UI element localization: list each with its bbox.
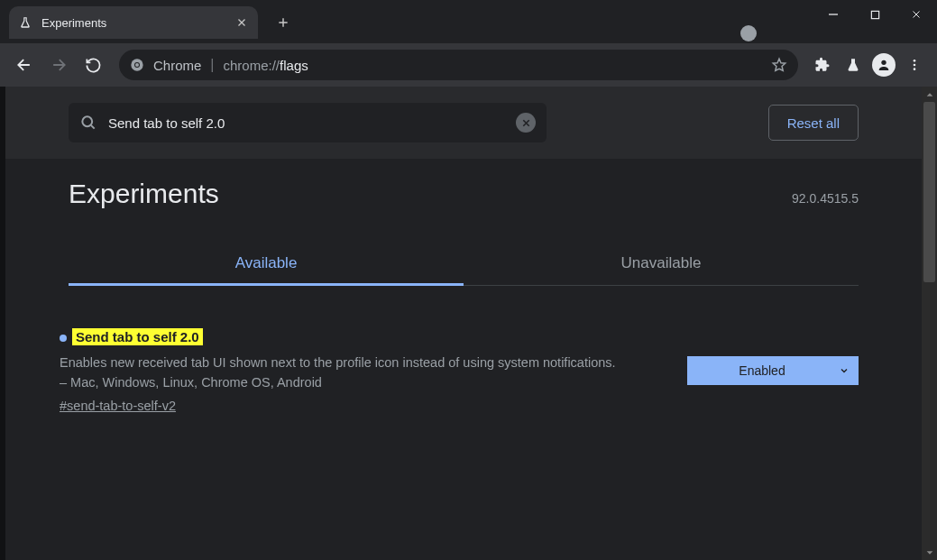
search-box[interactable]: [69, 103, 547, 142]
svg-point-6: [914, 64, 916, 67]
search-input[interactable]: [108, 115, 505, 131]
svg-rect-0: [871, 11, 878, 18]
search-icon: [79, 114, 97, 132]
chrome-icon: [130, 58, 144, 72]
labs-icon[interactable]: [840, 51, 867, 78]
scroll-thumb[interactable]: [923, 102, 935, 282]
reload-button[interactable]: [78, 50, 108, 80]
svg-point-3: [135, 63, 139, 67]
flask-icon: [18, 15, 32, 30]
svg-point-7: [914, 68, 916, 70]
omnibox-url: chrome://flags: [224, 58, 308, 73]
profile-button[interactable]: [870, 51, 897, 78]
window-close-button[interactable]: [896, 0, 937, 29]
page-title-row: Experiments 92.0.4515.5: [5, 159, 922, 209]
extensions-icon[interactable]: [809, 51, 836, 78]
close-icon[interactable]: [234, 15, 249, 30]
modified-dot-icon: [60, 335, 67, 342]
flags-header: Reset all: [5, 87, 922, 159]
omnibox-separator: |: [210, 57, 214, 73]
maximize-button[interactable]: [854, 0, 896, 29]
flag-state-select[interactable]: Enabled: [687, 356, 859, 385]
new-tab-button[interactable]: [271, 10, 296, 35]
flag-anchor-link[interactable]: #send-tab-to-self-v2: [60, 399, 651, 413]
svg-point-8: [82, 116, 92, 126]
titlebar: Experiments: [0, 0, 937, 43]
tab-title: Experiments: [41, 16, 225, 30]
flags-tabs: Available Unavailable: [69, 242, 859, 286]
kebab-menu-icon[interactable]: [901, 51, 928, 78]
window-controls: [813, 0, 937, 29]
flag-title-row: Send tab to self 2.0: [60, 329, 651, 345]
flag-title: Send tab to self 2.0: [72, 328, 203, 345]
flag-select-wrap: Enabled: [687, 356, 859, 385]
omnibox[interactable]: Chrome | chrome://flags: [119, 50, 798, 80]
flag-item: Send tab to self 2.0 Enables new receive…: [5, 286, 922, 413]
browser-tab[interactable]: Experiments: [9, 6, 258, 39]
scroll-down-button[interactable]: [922, 545, 937, 560]
omnibox-chrome-label: Chrome: [153, 58, 201, 73]
clear-search-button[interactable]: [516, 113, 536, 133]
tab-unavailable[interactable]: Unavailable: [464, 242, 859, 285]
version-label: 92.0.4515.5: [792, 191, 859, 206]
forward-button[interactable]: [43, 50, 74, 80]
star-icon[interactable]: [771, 57, 787, 73]
back-button[interactable]: [9, 50, 40, 80]
tab-available[interactable]: Available: [69, 242, 464, 285]
scroll-up-button[interactable]: [922, 87, 937, 102]
reset-all-button[interactable]: Reset all: [768, 105, 859, 141]
vertical-scrollbar[interactable]: [922, 87, 937, 560]
page-title: Experiments: [69, 179, 219, 209]
avatar-icon: [872, 53, 896, 77]
svg-point-5: [914, 60, 916, 62]
svg-point-4: [881, 60, 886, 65]
flag-description: Enables new received tab UI shown next t…: [60, 353, 619, 393]
toolbar: Chrome | chrome://flags: [0, 43, 937, 87]
flag-details: Send tab to self 2.0 Enables new receive…: [60, 329, 651, 413]
content: Reset all Experiments 92.0.4515.5 Availa…: [5, 87, 922, 560]
minimize-button[interactable]: [813, 0, 854, 29]
viewport: Reset all Experiments 92.0.4515.5 Availa…: [0, 87, 937, 560]
status-dot-icon: [740, 25, 757, 41]
